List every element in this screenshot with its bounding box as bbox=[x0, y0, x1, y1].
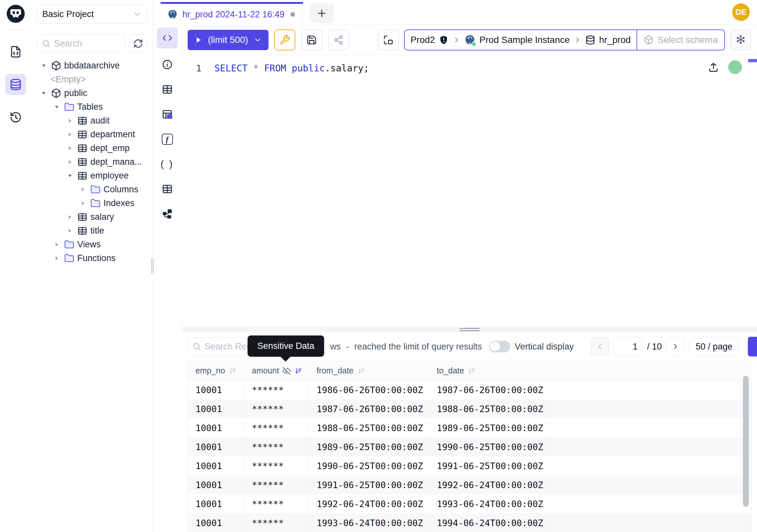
cell-to-date[interactable]: 1987-06-26T00:00:00Z bbox=[429, 380, 551, 399]
caret-right-icon[interactable] bbox=[66, 130, 74, 139]
save-button[interactable] bbox=[301, 29, 322, 50]
table-scrollbar-thumb[interactable] bbox=[743, 376, 749, 507]
tree-item-audit[interactable]: audit bbox=[31, 114, 153, 127]
caret-down-icon[interactable] bbox=[66, 171, 74, 180]
user-avatar[interactable]: DE bbox=[732, 3, 750, 21]
caret-right-icon[interactable] bbox=[78, 199, 87, 207]
batch-query-button[interactable] bbox=[378, 29, 399, 50]
sql-editor[interactable]: 1 SELECT * FROM public.salary; bbox=[182, 55, 757, 327]
caret-down-icon[interactable] bbox=[39, 61, 48, 70]
sort-icon[interactable] bbox=[228, 366, 237, 375]
cell-from-date[interactable]: 1992-06-24T00:00:00Z bbox=[309, 494, 429, 513]
cell-from-date[interactable]: 1988-06-25T00:00:00Z bbox=[309, 418, 429, 437]
panel-resize-handle[interactable] bbox=[182, 327, 757, 332]
cell-amount[interactable]: ****** bbox=[244, 475, 309, 494]
run-query-button[interactable]: (limit 500) bbox=[188, 30, 268, 50]
tree-item-bbdataarchive[interactable]: bbdataarchive bbox=[31, 59, 153, 73]
cell-to-date[interactable]: 1991-06-25T00:00:00Z bbox=[429, 456, 551, 475]
column-header-from-date[interactable]: from_date bbox=[309, 361, 429, 380]
tree-item-public[interactable]: public bbox=[31, 86, 153, 100]
caret-right-icon[interactable] bbox=[78, 185, 87, 194]
page-size-select[interactable]: 50 / page bbox=[689, 337, 739, 356]
nav-database-button[interactable] bbox=[5, 74, 26, 95]
cell-from-date[interactable]: 1989-06-25T00:00:00Z bbox=[309, 437, 429, 456]
tree-item-views[interactable]: Views bbox=[31, 237, 153, 251]
tree-item-salary[interactable]: salary bbox=[31, 210, 153, 224]
cell-amount[interactable]: ****** bbox=[244, 494, 309, 513]
cell-amount[interactable]: ****** bbox=[244, 399, 309, 418]
column-header-amount[interactable]: amount bbox=[244, 361, 309, 380]
caret-right-icon[interactable] bbox=[66, 158, 74, 166]
caret-right-icon[interactable] bbox=[52, 240, 61, 249]
sidebar-search[interactable] bbox=[37, 34, 125, 53]
caret-right-icon[interactable] bbox=[66, 116, 74, 125]
caret-right-icon[interactable] bbox=[52, 254, 61, 263]
cell-from-date[interactable]: 1993-06-24T00:00:00Z bbox=[309, 513, 429, 532]
vertical-display-toggle[interactable] bbox=[489, 341, 510, 353]
cell-amount[interactable]: ****** bbox=[244, 418, 309, 437]
cell-amount[interactable]: ****** bbox=[244, 456, 309, 475]
new-tab-button[interactable]: + bbox=[310, 3, 334, 23]
panel-diagram-button[interactable] bbox=[157, 205, 178, 223]
tree-item-dept-emp[interactable]: dept_emp bbox=[31, 141, 153, 155]
sort-icon-active[interactable] bbox=[294, 366, 303, 375]
caret-down-icon[interactable] bbox=[52, 103, 61, 111]
panel-code-button[interactable] bbox=[157, 27, 178, 48]
caret-right-icon[interactable] bbox=[66, 226, 74, 235]
refresh-button[interactable] bbox=[129, 34, 147, 53]
page-number-input[interactable]: 1 bbox=[614, 337, 642, 356]
tree-item-title[interactable]: title bbox=[31, 224, 153, 237]
tree-item-tables[interactable]: Tables bbox=[31, 100, 153, 114]
tree-item-columns[interactable]: Columns bbox=[31, 182, 153, 196]
select-schema-button[interactable]: Select schema bbox=[637, 30, 724, 50]
cell-from-date[interactable]: 1987-06-26T00:00:00Z bbox=[309, 399, 429, 418]
panel-table-button[interactable] bbox=[157, 80, 178, 98]
cell-to-date[interactable]: 1989-06-25T00:00:00Z bbox=[429, 418, 551, 437]
cell-amount[interactable]: ****** bbox=[244, 513, 309, 532]
tree-item-employee[interactable]: employee bbox=[31, 169, 153, 182]
cell-to-date[interactable]: 1994-06-24T00:00:00Z bbox=[429, 513, 551, 532]
project-selector[interactable]: Basic Project bbox=[37, 5, 147, 24]
caret-right-icon[interactable] bbox=[66, 144, 74, 152]
caret-down-icon[interactable] bbox=[39, 89, 48, 97]
cell-emp-no[interactable]: 10001 bbox=[188, 494, 244, 513]
bytebase-logo[interactable] bbox=[6, 4, 25, 24]
cell-emp-no[interactable]: 10001 bbox=[188, 437, 244, 456]
cell-emp-no[interactable]: 10001 bbox=[188, 475, 244, 494]
cell-emp-no[interactable]: 10001 bbox=[188, 513, 244, 532]
cell-emp-no[interactable]: 10001 bbox=[188, 418, 244, 437]
tree-item-functions[interactable]: Functions bbox=[31, 251, 153, 265]
cell-to-date[interactable]: 1993-06-24T00:00:00Z bbox=[429, 494, 551, 513]
cell-amount[interactable]: ****** bbox=[244, 437, 309, 456]
panel-table-data-button[interactable] bbox=[157, 106, 178, 123]
format-sql-button[interactable] bbox=[274, 29, 295, 50]
cell-amount[interactable]: ****** bbox=[244, 380, 309, 399]
connection-scope-button[interactable]: Prod2 Prod Sample Instance h bbox=[405, 30, 637, 50]
panel-procedure-button[interactable]: ( ) bbox=[157, 155, 178, 173]
panel-external-table-button[interactable] bbox=[157, 180, 178, 198]
next-page-button[interactable] bbox=[666, 337, 685, 356]
column-header-to-date[interactable]: to_date bbox=[429, 361, 551, 380]
upload-icon[interactable] bbox=[708, 62, 719, 73]
export-button[interactable] bbox=[748, 337, 757, 357]
nav-history-button[interactable] bbox=[5, 107, 26, 128]
nav-worksheet-button[interactable] bbox=[5, 41, 26, 62]
panel-info-button[interactable] bbox=[157, 56, 178, 73]
cell-from-date[interactable]: 1990-06-25T00:00:00Z bbox=[309, 456, 429, 475]
share-button[interactable] bbox=[328, 29, 349, 50]
panel-function-button[interactable]: f bbox=[157, 130, 178, 148]
caret-right-icon[interactable] bbox=[66, 213, 74, 221]
cell-emp-no[interactable]: 10001 bbox=[188, 456, 244, 475]
tree-item-dept-mana[interactable]: dept_mana... bbox=[31, 155, 153, 169]
cell-emp-no[interactable]: 10001 bbox=[188, 380, 244, 399]
tree-item-department[interactable]: department bbox=[31, 127, 153, 141]
ai-assistant-button[interactable]: ✻ bbox=[730, 29, 751, 50]
column-header-emp-no[interactable]: emp_no bbox=[188, 361, 244, 380]
tree-item-indexes[interactable]: Indexes bbox=[31, 196, 153, 210]
tab-hr-prod[interactable]: hr_prod 2024-11-22 16:49 bbox=[161, 2, 303, 25]
sort-icon[interactable] bbox=[467, 366, 476, 375]
sidebar-resize-handle[interactable] bbox=[151, 259, 154, 273]
cell-from-date[interactable]: 1991-06-25T00:00:00Z bbox=[309, 475, 429, 494]
cell-to-date[interactable]: 1992-06-24T00:00:00Z bbox=[429, 475, 551, 494]
cell-from-date[interactable]: 1986-06-26T00:00:00Z bbox=[309, 380, 429, 399]
